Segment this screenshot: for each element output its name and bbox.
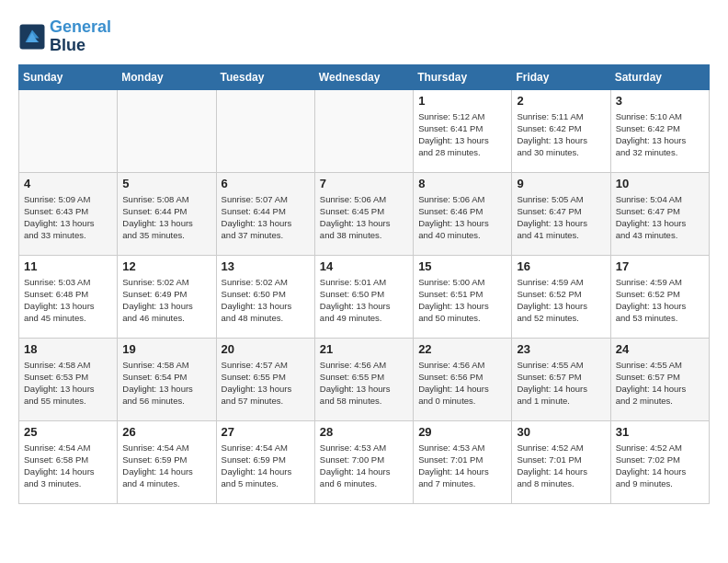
calendar-cell: 5Sunrise: 5:08 AM Sunset: 6:44 PM Daylig… <box>118 172 216 255</box>
page-header: GeneralBlue <box>18 18 710 55</box>
day-number: 20 <box>222 342 310 356</box>
day-number: 23 <box>517 342 605 356</box>
day-number: 27 <box>222 425 310 439</box>
calendar-cell: 2Sunrise: 5:11 AM Sunset: 6:42 PM Daylig… <box>512 89 610 172</box>
day-info: Sunrise: 4:52 AM Sunset: 7:01 PM Dayligh… <box>517 442 605 490</box>
logo-text: GeneralBlue <box>50 18 111 55</box>
day-number: 3 <box>616 94 704 108</box>
day-info: Sunrise: 5:02 AM Sunset: 6:49 PM Dayligh… <box>122 276 210 325</box>
calendar-cell: 17Sunrise: 4:59 AM Sunset: 6:52 PM Dayli… <box>610 255 709 338</box>
day-number: 17 <box>616 259 704 273</box>
calendar-cell: 30Sunrise: 4:52 AM Sunset: 7:01 PM Dayli… <box>512 420 610 503</box>
day-info: Sunrise: 5:00 AM Sunset: 6:51 PM Dayligh… <box>418 276 506 325</box>
day-number: 11 <box>24 259 112 273</box>
calendar-cell <box>314 89 413 172</box>
calendar-cell <box>216 89 314 172</box>
calendar-cell: 20Sunrise: 4:57 AM Sunset: 6:55 PM Dayli… <box>216 338 314 420</box>
day-info: Sunrise: 5:02 AM Sunset: 6:50 PM Dayligh… <box>222 276 310 325</box>
day-info: Sunrise: 5:06 AM Sunset: 6:46 PM Dayligh… <box>418 193 506 242</box>
day-number: 12 <box>122 259 210 273</box>
day-info: Sunrise: 5:06 AM Sunset: 6:45 PM Dayligh… <box>320 193 408 242</box>
calendar-week-row: 1Sunrise: 5:12 AM Sunset: 6:41 PM Daylig… <box>19 89 710 172</box>
day-info: Sunrise: 4:54 AM Sunset: 6:59 PM Dayligh… <box>122 442 210 490</box>
day-number: 25 <box>24 425 112 439</box>
calendar-table: SundayMondayTuesdayWednesdayThursdayFrid… <box>18 64 710 504</box>
day-info: Sunrise: 4:56 AM Sunset: 6:55 PM Dayligh… <box>320 359 408 408</box>
weekday-header: Friday <box>512 64 610 89</box>
day-info: Sunrise: 4:52 AM Sunset: 7:02 PM Dayligh… <box>616 442 704 490</box>
calendar-cell: 7Sunrise: 5:06 AM Sunset: 6:45 PM Daylig… <box>314 172 413 255</box>
day-info: Sunrise: 5:09 AM Sunset: 6:43 PM Dayligh… <box>24 193 112 242</box>
day-number: 8 <box>418 177 506 190</box>
calendar-cell: 23Sunrise: 4:55 AM Sunset: 6:57 PM Dayli… <box>512 338 610 420</box>
day-info: Sunrise: 5:11 AM Sunset: 6:42 PM Dayligh… <box>517 110 605 159</box>
day-info: Sunrise: 4:57 AM Sunset: 6:55 PM Dayligh… <box>222 359 310 408</box>
calendar-cell: 8Sunrise: 5:06 AM Sunset: 6:46 PM Daylig… <box>414 172 512 255</box>
calendar-cell: 15Sunrise: 5:00 AM Sunset: 6:51 PM Dayli… <box>414 255 512 338</box>
day-number: 13 <box>222 259 310 273</box>
day-info: Sunrise: 5:05 AM Sunset: 6:47 PM Dayligh… <box>517 193 605 242</box>
day-info: Sunrise: 4:54 AM Sunset: 6:59 PM Dayligh… <box>222 442 310 490</box>
calendar-week-row: 25Sunrise: 4:54 AM Sunset: 6:58 PM Dayli… <box>19 420 710 503</box>
day-number: 18 <box>24 342 112 356</box>
day-info: Sunrise: 4:56 AM Sunset: 6:56 PM Dayligh… <box>418 359 506 408</box>
calendar-cell: 16Sunrise: 4:59 AM Sunset: 6:52 PM Dayli… <box>512 255 610 338</box>
day-number: 5 <box>122 177 210 190</box>
calendar-cell: 27Sunrise: 4:54 AM Sunset: 6:59 PM Dayli… <box>216 420 314 503</box>
calendar-cell: 25Sunrise: 4:54 AM Sunset: 6:58 PM Dayli… <box>19 420 118 503</box>
day-info: Sunrise: 5:03 AM Sunset: 6:48 PM Dayligh… <box>24 276 112 325</box>
day-info: Sunrise: 5:08 AM Sunset: 6:44 PM Dayligh… <box>122 193 210 242</box>
day-number: 4 <box>24 177 112 190</box>
day-info: Sunrise: 4:53 AM Sunset: 7:00 PM Dayligh… <box>320 442 408 490</box>
calendar-cell: 4Sunrise: 5:09 AM Sunset: 6:43 PM Daylig… <box>19 172 118 255</box>
day-number: 9 <box>517 177 605 190</box>
calendar-cell: 14Sunrise: 5:01 AM Sunset: 6:50 PM Dayli… <box>314 255 413 338</box>
weekday-header: Wednesday <box>314 64 413 89</box>
weekday-header: Tuesday <box>216 64 314 89</box>
day-number: 10 <box>616 177 704 190</box>
calendar-cell <box>19 89 118 172</box>
day-info: Sunrise: 5:07 AM Sunset: 6:44 PM Dayligh… <box>222 193 310 242</box>
day-number: 15 <box>418 259 506 273</box>
calendar-cell: 22Sunrise: 4:56 AM Sunset: 6:56 PM Dayli… <box>414 338 512 420</box>
day-number: 24 <box>616 342 704 356</box>
calendar-week-row: 18Sunrise: 4:58 AM Sunset: 6:53 PM Dayli… <box>19 338 710 420</box>
day-info: Sunrise: 4:59 AM Sunset: 6:52 PM Dayligh… <box>517 276 605 325</box>
weekday-header: Monday <box>118 64 216 89</box>
weekday-header: Saturday <box>610 64 709 89</box>
calendar-cell: 12Sunrise: 5:02 AM Sunset: 6:49 PM Dayli… <box>118 255 216 338</box>
day-info: Sunrise: 4:55 AM Sunset: 6:57 PM Dayligh… <box>616 359 704 408</box>
calendar-cell: 29Sunrise: 4:53 AM Sunset: 7:01 PM Dayli… <box>414 420 512 503</box>
day-number: 19 <box>122 342 210 356</box>
calendar-week-row: 11Sunrise: 5:03 AM Sunset: 6:48 PM Dayli… <box>19 255 710 338</box>
calendar-cell: 13Sunrise: 5:02 AM Sunset: 6:50 PM Dayli… <box>216 255 314 338</box>
day-info: Sunrise: 5:10 AM Sunset: 6:42 PM Dayligh… <box>616 110 704 159</box>
day-number: 29 <box>418 425 506 439</box>
day-number: 14 <box>320 259 408 273</box>
day-number: 7 <box>320 177 408 190</box>
calendar-cell: 11Sunrise: 5:03 AM Sunset: 6:48 PM Dayli… <box>19 255 118 338</box>
day-info: Sunrise: 5:01 AM Sunset: 6:50 PM Dayligh… <box>320 276 408 325</box>
calendar-cell: 6Sunrise: 5:07 AM Sunset: 6:44 PM Daylig… <box>216 172 314 255</box>
calendar-cell: 28Sunrise: 4:53 AM Sunset: 7:00 PM Dayli… <box>314 420 413 503</box>
day-info: Sunrise: 4:59 AM Sunset: 6:52 PM Dayligh… <box>616 276 704 325</box>
calendar-header: SundayMondayTuesdayWednesdayThursdayFrid… <box>19 64 710 89</box>
day-number: 30 <box>517 425 605 439</box>
day-number: 26 <box>122 425 210 439</box>
logo-icon <box>18 23 46 51</box>
day-info: Sunrise: 4:55 AM Sunset: 6:57 PM Dayligh… <box>517 359 605 408</box>
day-number: 16 <box>517 259 605 273</box>
calendar-cell: 9Sunrise: 5:05 AM Sunset: 6:47 PM Daylig… <box>512 172 610 255</box>
calendar-cell: 24Sunrise: 4:55 AM Sunset: 6:57 PM Dayli… <box>610 338 709 420</box>
logo: GeneralBlue <box>18 18 111 55</box>
day-info: Sunrise: 4:58 AM Sunset: 6:53 PM Dayligh… <box>24 359 112 408</box>
day-number: 1 <box>418 94 506 108</box>
day-info: Sunrise: 5:12 AM Sunset: 6:41 PM Dayligh… <box>418 110 506 159</box>
weekday-header: Sunday <box>19 64 118 89</box>
weekday-header: Thursday <box>414 64 512 89</box>
day-number: 22 <box>418 342 506 356</box>
calendar-cell: 21Sunrise: 4:56 AM Sunset: 6:55 PM Dayli… <box>314 338 413 420</box>
calendar-week-row: 4Sunrise: 5:09 AM Sunset: 6:43 PM Daylig… <box>19 172 710 255</box>
day-number: 6 <box>222 177 310 190</box>
calendar-cell <box>118 89 216 172</box>
